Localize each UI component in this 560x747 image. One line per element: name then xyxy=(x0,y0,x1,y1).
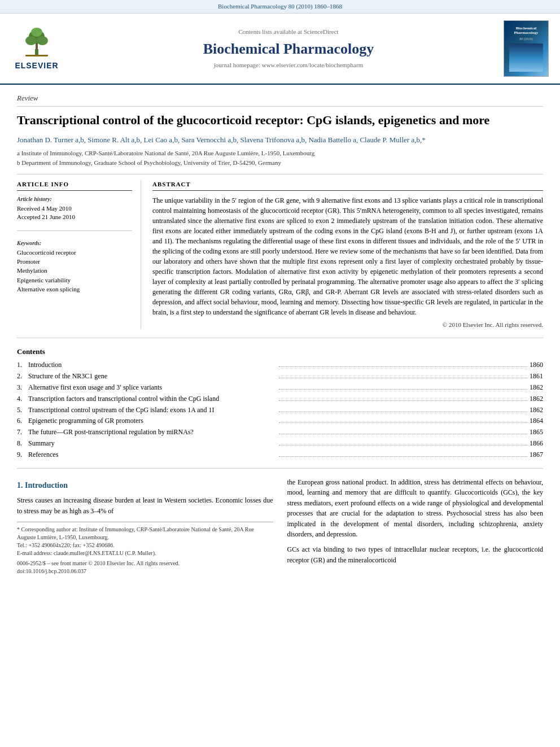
keywords-section: Keywords: Glucocorticoid receptor Promot… xyxy=(17,239,132,294)
toc-page-1: 1860 xyxy=(530,360,543,370)
sciencedirect-link[interactable]: Contents lists available at ScienceDirec… xyxy=(73,28,504,36)
toc-page-9: 1867 xyxy=(530,450,543,460)
toc-num-4: 4. xyxy=(17,394,28,404)
affiliations: a Institute of Immunology, CRP-Santé/Lab… xyxy=(17,148,543,167)
toc-item-7: 7. The future—GR post-transcriptional re… xyxy=(17,427,543,437)
journal-title: Biochemical Pharmacology xyxy=(73,39,504,59)
toc-page-6: 1864 xyxy=(530,416,543,426)
toc-num-2: 2. xyxy=(17,372,28,381)
svg-point-4 xyxy=(37,36,48,45)
elsevier-tree-icon xyxy=(20,27,54,58)
toc-num-3: 3. xyxy=(17,383,28,392)
keyword-3: Methylation xyxy=(17,267,132,275)
intro-para3: GCs act via binding to two types of intr… xyxy=(287,544,544,565)
abstract-copyright: © 2010 Elsevier Inc. All rights reserved… xyxy=(152,321,543,329)
toc-page-7: 1865 xyxy=(530,427,543,437)
toc-num-1: 1. xyxy=(17,360,28,370)
intro-para1: Stress causes an increasing disease burd… xyxy=(17,495,273,516)
toc-title-3: Alternative first exon usage and 3′ spli… xyxy=(28,383,277,392)
intro-para2: the European gross national product. In … xyxy=(287,477,544,540)
journal-header: ELSEVIER Contents lists available at Sci… xyxy=(0,14,560,85)
toc-page-5: 1862 xyxy=(530,405,543,415)
journal-cover-image: BiochemicalPharmacology 80 (2010) xyxy=(504,20,549,77)
article-info-abstract: ARTICLE INFO Article history: Received 4… xyxy=(17,174,543,329)
journal-homepage: journal homepage: www.elsevier.com/locat… xyxy=(73,61,504,69)
toc-item-4: 4. Transcription factors and transcripti… xyxy=(17,394,543,404)
toc-num-8: 8. xyxy=(17,439,28,448)
toc-page-2: 1861 xyxy=(530,372,543,381)
corresponding-author: * Corresponding author at: Institute of … xyxy=(17,526,273,541)
abstract-label: ABSTRACT xyxy=(152,180,543,190)
toc-dots-5 xyxy=(279,412,527,412)
toc-item-6: 6. Epigenetic programming of GR promoter… xyxy=(17,416,543,426)
toc-num-7: 7. xyxy=(17,427,28,437)
toc-dots-3 xyxy=(279,389,527,390)
toc-dots-6 xyxy=(279,422,527,423)
footnote-section: * Corresponding author at: Institute of … xyxy=(17,522,273,557)
toc-dots-2 xyxy=(279,378,527,378)
svg-point-3 xyxy=(25,36,37,45)
toc-num-5: 5. xyxy=(17,405,28,415)
issn-text: 0006-2952/$ – see front matter © 2010 El… xyxy=(17,560,273,567)
history-label: Article history: xyxy=(17,195,132,203)
keyword-2: Promoter xyxy=(17,257,132,266)
toc-item-1: 1. Introduction 1860 xyxy=(17,360,543,370)
toc-page-3: 1862 xyxy=(530,383,543,392)
article-title: Transcriptional control of the glucocort… xyxy=(17,112,543,129)
toc-title-2: Structure of the NR3C1 gene xyxy=(28,372,277,381)
article-content: Review Transcriptional control of the gl… xyxy=(0,85,560,584)
intro-left: 1. Introduction Stress causes an increas… xyxy=(17,477,273,576)
journal-citation-bar: Biochemical Pharmacology 80 (2010) 1860–… xyxy=(0,0,560,14)
toc-title-1: Introduction xyxy=(28,360,277,370)
email-address: E-mail address: claude.muller@LNS.ETAT.L… xyxy=(17,549,273,557)
toc-dots-7 xyxy=(279,434,527,434)
citation-text: Biochemical Pharmacology 80 (2010) 1860–… xyxy=(218,3,342,10)
introduction-section: 1. Introduction Stress causes an increas… xyxy=(17,477,543,576)
table-of-contents: Contents 1. Introduction 1860 2. Structu… xyxy=(17,347,543,459)
toc-item-5: 5. Transcriptional control upstream of t… xyxy=(17,405,543,415)
toc-title-9: References xyxy=(28,450,277,460)
doi-section: 0006-2952/$ – see front matter © 2010 El… xyxy=(17,560,273,575)
toc-item-2: 2. Structure of the NR3C1 gene 1861 xyxy=(17,372,543,381)
tel-fax: Tel.: +352 490604x220; fax: +352 490686. xyxy=(17,541,273,549)
toc-dots-9 xyxy=(279,456,527,457)
toc-dots-1 xyxy=(279,366,527,367)
article-info-panel: ARTICLE INFO Article history: Received 4… xyxy=(17,180,141,329)
received-date: Received 4 May 2010 xyxy=(17,204,132,213)
toc-dots-4 xyxy=(279,400,527,401)
accepted-date: Accepted 21 June 2010 xyxy=(17,213,132,221)
svg-point-5 xyxy=(31,28,42,37)
toc-item-8: 8. Summary 1866 xyxy=(17,439,543,448)
svg-rect-6 xyxy=(25,55,48,56)
intro-heading: 1. Introduction xyxy=(17,480,273,491)
contents-heading: Contents xyxy=(17,347,543,357)
affiliation-b: b Department of Immunology, Graduate Sch… xyxy=(17,158,543,168)
keyword-5: Alternative exon splicing xyxy=(17,285,132,294)
article-info-label: ARTICLE INFO xyxy=(17,180,132,190)
journal-center: Contents lists available at ScienceDirec… xyxy=(73,28,504,69)
affiliation-a: a Institute of Immunology, CRP-Santé/Lab… xyxy=(17,148,543,158)
toc-num-9: 9. xyxy=(17,450,28,460)
elsevier-logo: ELSEVIER xyxy=(11,27,62,72)
toc-title-7: The future—GR post-transcriptional regul… xyxy=(28,427,277,437)
article-history: Article history: Received 4 May 2010 Acc… xyxy=(17,195,132,222)
toc-item-9: 9. References 1867 xyxy=(17,450,543,460)
toc-num-6: 6. xyxy=(17,416,28,426)
toc-title-5: Transcriptional control upstream of the … xyxy=(28,405,277,415)
toc-item-3: 3. Alternative first exon usage and 3′ s… xyxy=(17,383,543,392)
toc-dots-8 xyxy=(279,445,527,445)
toc-title-4: Transcription factors and transcriptiona… xyxy=(28,394,277,404)
abstract-panel: ABSTRACT The unique variability in the 5… xyxy=(152,180,543,329)
keywords-label: Keywords: xyxy=(17,239,132,247)
toc-page-8: 1866 xyxy=(530,439,543,448)
authors-list: Jonathan D. Turner a,b, Simone R. Alt a,… xyxy=(17,135,543,145)
toc-title-6: Epigenetic programming of GR promoters xyxy=(28,416,277,426)
toc-page-4: 1862 xyxy=(530,394,543,404)
intro-right: the European gross national product. In … xyxy=(287,477,544,576)
elsevier-wordmark: ELSEVIER xyxy=(11,60,62,72)
keyword-1: Glucocorticoid receptor xyxy=(17,248,132,257)
doi-text: doi:10.1016/j.bcp.2010.06.037 xyxy=(17,567,273,575)
abstract-text: The unique variability in the 5′ region … xyxy=(152,195,543,317)
article-type: Review xyxy=(17,93,543,106)
toc-title-8: Summary xyxy=(28,439,277,448)
